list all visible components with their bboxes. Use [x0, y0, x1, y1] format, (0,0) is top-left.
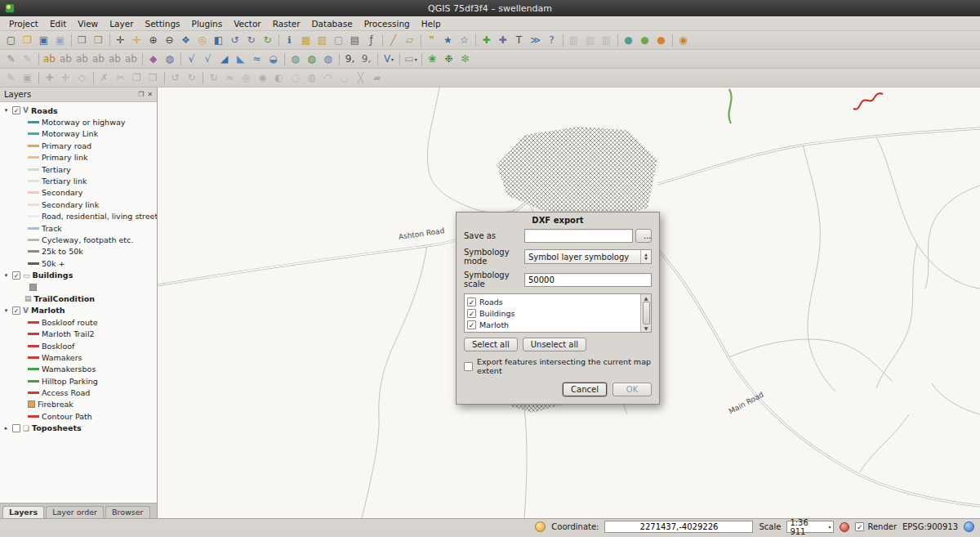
symbology-scale-input[interactable] — [524, 273, 652, 287]
fill-ring-icon[interactable]: ◐ — [271, 70, 287, 86]
expand-arrow-icon[interactable]: ▾ — [2, 307, 10, 314]
select-all-button[interactable]: Select all — [464, 338, 518, 351]
scroll-down-icon[interactable]: ▼ — [644, 325, 648, 331]
legend-hilltop-parking[interactable]: Hilltop Parking — [0, 375, 157, 387]
rotate-feature-icon[interactable]: ↻ — [206, 70, 222, 86]
zoom-out-icon[interactable]: ⊖ — [162, 33, 178, 48]
python-console-icon[interactable]: ≫ — [528, 33, 544, 48]
plugin-layer-icon[interactable]: ❀ — [425, 51, 441, 67]
merge-features-icon[interactable]: ▰ — [369, 70, 385, 86]
layer-visibility-checkbox[interactable]: ✓ — [12, 307, 20, 315]
scale-combo[interactable]: 1:36 911 ▾ — [786, 521, 834, 533]
contour-icon[interactable]: ≈ — [249, 51, 265, 67]
save-project-icon[interactable]: ▣ — [36, 33, 52, 48]
toolbar-separator[interactable] — [672, 34, 673, 47]
new-shapefile-layer-icon[interactable]: ✚ — [479, 33, 495, 48]
move-label-icon[interactable]: ab — [58, 51, 74, 67]
metasearch-icon[interactable]: ◍ — [320, 51, 336, 67]
toolbar-separator[interactable] — [617, 34, 618, 47]
toolbar-separator[interactable] — [142, 53, 143, 65]
vector-check-geometry-icon[interactable]: √ — [184, 51, 200, 67]
legend-motorway-or-highway[interactable]: Motorway or highway — [0, 116, 157, 128]
style-manager-icon[interactable]: ◆ — [145, 51, 162, 67]
add-feature-icon[interactable]: ✚ — [42, 70, 58, 86]
cut-features-icon[interactable]: ✂ — [113, 70, 129, 86]
rotate-label-icon[interactable]: ab — [74, 51, 91, 67]
reshape-features-icon[interactable]: ◠ — [320, 70, 336, 86]
zoom-in-icon[interactable]: ⊕ — [145, 33, 162, 48]
expand-arrow-icon[interactable]: ▾ — [2, 272, 10, 279]
toolbar-separator[interactable] — [109, 34, 110, 47]
layer-labeling-icon[interactable]: ab — [42, 51, 58, 67]
vector-analysis-icon[interactable]: √ — [200, 51, 216, 67]
legend-contour-path[interactable]: Contour Path — [0, 410, 157, 422]
symbology-mode-select[interactable]: Symbol layer symbology ▲▼ — [524, 249, 652, 264]
legend-buildings-symbol[interactable] — [0, 281, 157, 293]
epsg-button[interactable]: EPSG:900913 — [902, 522, 958, 531]
legend-tertiary[interactable]: Tertiary — [0, 163, 157, 175]
expand-arrow-icon[interactable]: ▾ — [2, 107, 10, 114]
legend-marloth-trail2[interactable]: Marloth Trail2 — [0, 328, 157, 339]
legend-secondary[interactable]: Secondary — [0, 187, 157, 199]
layer-visibility-checkbox[interactable] — [12, 424, 20, 432]
menu-raster[interactable]: Raster — [267, 17, 306, 30]
menu-project[interactable]: Project — [3, 17, 44, 30]
export-layer-row[interactable]: ✓ Roads — [467, 296, 638, 307]
export-layer-checkbox[interactable]: ✓ — [467, 298, 476, 307]
delete-part-icon[interactable]: ◍ — [304, 70, 320, 86]
legend-secondary-link[interactable]: Secondary link — [0, 199, 157, 210]
menu-edit[interactable]: Edit — [44, 17, 72, 30]
tab-layers[interactable]: Layers — [2, 506, 44, 518]
zoom-next-icon[interactable]: ↻ — [243, 33, 260, 48]
menu-plugins[interactable]: Plugins — [186, 17, 229, 30]
pin-label-icon[interactable]: ab — [91, 51, 107, 67]
toolbar-separator[interactable] — [382, 34, 383, 47]
browse-button[interactable]: ... — [635, 229, 652, 243]
node-tool-icon[interactable]: ◇ — [74, 70, 91, 86]
toolbar-separator[interactable] — [421, 53, 422, 65]
legend-firebreak[interactable]: Firebreak — [0, 399, 157, 410]
legend-road-residential[interactable]: Road, residential, living street, etc. — [0, 211, 157, 222]
measure-line-icon[interactable]: ╱ — [385, 33, 402, 48]
save-layer-edits-icon[interactable]: ✎ — [20, 51, 36, 67]
custom-crs-icon[interactable]: ◍ — [162, 51, 178, 67]
export-layer-checkbox[interactable]: ✓ — [467, 309, 476, 318]
coordinate-input[interactable] — [604, 521, 753, 533]
export-layer-row[interactable]: ✓ Marloth — [467, 319, 638, 330]
pan-to-selection-icon[interactable]: ✛ — [129, 33, 145, 48]
legend-motorway-link[interactable]: Motorway Link — [0, 128, 157, 140]
delete-ring-icon[interactable]: ◌ — [287, 70, 304, 86]
save-edits-icon[interactable]: ▣ — [20, 70, 36, 86]
osm-export-icon[interactable]: ● — [653, 33, 670, 48]
zoom-to-selection-icon[interactable]: ◎ — [194, 33, 211, 48]
qgis2web-plugin-icon[interactable]: ❇ — [457, 51, 474, 67]
deselect-all-icon[interactable]: ▢ — [331, 33, 347, 48]
toolbar-separator[interactable] — [475, 34, 476, 47]
paste-features-icon[interactable]: ❒ — [145, 70, 162, 86]
list-scrollbar[interactable]: ▲ ▼ — [640, 294, 651, 332]
annotation-combo-icon[interactable]: ▭▾ — [403, 51, 419, 67]
interpolation-icon[interactable]: ◣ — [233, 51, 249, 67]
legend-wamakers[interactable]: Wamakers — [0, 351, 157, 363]
attribute-table-icon[interactable]: ▤ — [347, 33, 363, 48]
toolbar-separator[interactable] — [203, 72, 203, 84]
legend-primary-road[interactable]: Primary road — [0, 140, 157, 151]
offset-curve-icon[interactable]: ◡ — [336, 70, 353, 86]
split-features-icon[interactable]: ╳ — [353, 70, 369, 86]
menu-help[interactable]: Help — [416, 17, 447, 30]
unselect-all-button[interactable]: Unselect all — [523, 338, 586, 351]
toolbar-separator[interactable] — [563, 34, 564, 47]
osm-import-icon[interactable]: ● — [637, 33, 653, 48]
status-indicator-icon[interactable] — [535, 521, 546, 532]
new-bookmark-icon[interactable]: ★ — [440, 33, 457, 48]
cancel-button[interactable]: Cancel — [563, 383, 607, 396]
select-by-expression-icon[interactable]: ▧ — [314, 33, 331, 48]
legend-50k-plus[interactable]: 50k + — [0, 257, 157, 269]
show-bookmarks-icon[interactable]: ☆ — [457, 33, 473, 48]
legend-boskloof-route[interactable]: Boskloof route — [0, 316, 157, 328]
layer-marloth[interactable]: ▾ ✓ V Marloth — [0, 305, 157, 316]
select-features-icon[interactable]: ▦ — [298, 33, 314, 48]
toolbar-separator[interactable] — [421, 34, 421, 47]
layer-roads[interactable]: ▾ ✓ V Roads — [0, 105, 157, 116]
save-project-as-icon[interactable]: ▣ — [52, 33, 69, 48]
